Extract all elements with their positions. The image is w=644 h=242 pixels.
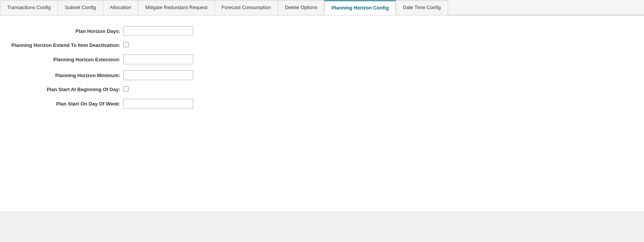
tabs-bar: Transactions ConfigSubnet ConfigAllocati… [0,0,644,16]
content-area: Plan Horizon Days:Planning Horizon Exten… [0,16,644,212]
field-cell-planning-horizon-minimum [123,67,193,83]
form-row-plan-start-day-of-week: Plan Start On Day Of Week: [11,96,193,112]
input-plan-start-day-of-week[interactable] [123,99,193,109]
tab-date-time-config[interactable]: Date Time Config [396,0,448,15]
tab-mitigate-redundant-request[interactable]: Mitigate Redundant Request [138,0,215,15]
label-plan-start-beginning-of-day: Plan Start At Beginning Of Day: [11,83,123,96]
tab-forecast-consumption[interactable]: Forecast Consumption [214,0,278,15]
tab-delete-options[interactable]: Delete Options [278,0,324,15]
tab-planning-horizon-config[interactable]: Planning Horizon Config [324,0,396,15]
field-cell-plan-start-day-of-week [123,96,193,112]
label-planning-horizon-minimum: Planning Horizon Minimum: [11,67,123,83]
form-table: Plan Horizon Days:Planning Horizon Exten… [11,23,193,112]
tab-allocation[interactable]: Allocation [103,0,138,15]
form-row-planning-horizon-extend: Planning Horizon Extend To Item Deactiva… [11,39,193,51]
field-cell-plan-start-beginning-of-day [123,83,193,96]
input-plan-horizon-days[interactable] [123,26,193,36]
field-cell-planning-horizon-extension [123,51,193,67]
label-plan-horizon-days: Plan Horizon Days: [11,23,123,39]
form-row-plan-start-beginning-of-day: Plan Start At Beginning Of Day: [11,83,193,96]
tab-subnet-config[interactable]: Subnet Config [57,0,103,15]
form-row-planning-horizon-minimum: Planning Horizon Minimum: [11,67,193,83]
label-planning-horizon-extend: Planning Horizon Extend To Item Deactiva… [11,39,123,51]
form-row-plan-horizon-days: Plan Horizon Days: [11,23,193,39]
footer-bar [0,212,644,242]
input-planning-horizon-extension[interactable] [123,54,193,64]
checkbox-plan-start-beginning-of-day[interactable] [123,86,129,92]
field-cell-plan-horizon-days [123,23,193,39]
form-row-planning-horizon-extension: Planning Horizon Extension: [11,51,193,67]
field-cell-planning-horizon-extend [123,39,193,51]
checkbox-planning-horizon-extend[interactable] [123,42,129,47]
tab-transactions-config[interactable]: Transactions Config [0,0,58,15]
input-planning-horizon-minimum[interactable] [123,70,193,80]
page-wrapper: Transactions ConfigSubnet ConfigAllocati… [0,0,644,242]
label-planning-horizon-extension: Planning Horizon Extension: [11,51,123,67]
label-plan-start-day-of-week: Plan Start On Day Of Week: [11,96,123,112]
